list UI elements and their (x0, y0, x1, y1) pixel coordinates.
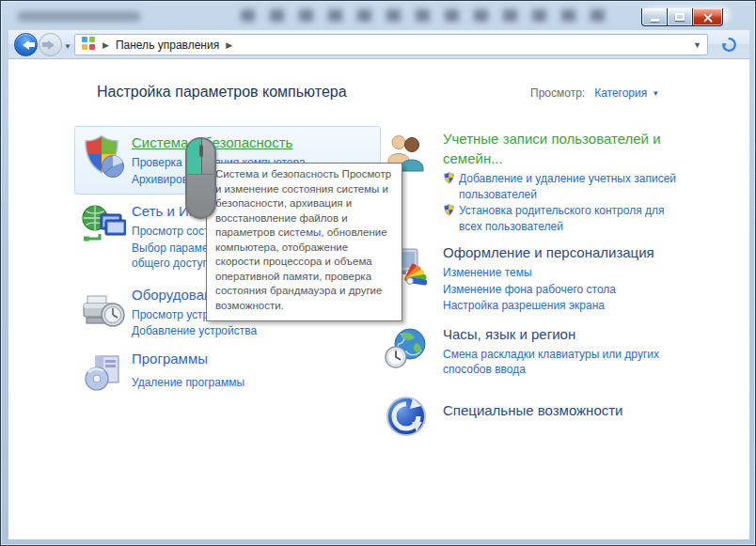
control-panel-icon (81, 36, 96, 55)
category-title[interactable]: Специальные возможности (443, 400, 623, 420)
ease-of-access-icon (384, 394, 429, 439)
category-links: Изменение темыИзменение фона рабочего ст… (443, 265, 654, 314)
minimize-button[interactable] (641, 8, 667, 26)
uac-shield-icon (443, 172, 455, 189)
close-button[interactable] (692, 8, 723, 26)
address-bar[interactable]: ▶ Панель управления ▶ ▼ (74, 34, 708, 55)
category-task-link[interactable]: Изменение темы (443, 265, 654, 281)
category-task-link[interactable]: Удаление программы (132, 375, 244, 391)
tooltip-title: Система и безопасность (215, 168, 339, 179)
view-by-value[interactable]: Категория (594, 86, 647, 100)
category-task-link[interactable]: Настройка разрешения экрана (443, 298, 654, 314)
breadcrumb-item[interactable]: Панель управления (116, 39, 219, 52)
category-task-link[interactable]: Смена раскладки клавиатуры или других сп… (443, 347, 661, 378)
maximize-icon (675, 13, 685, 21)
category-block: Специальные возможности (377, 392, 695, 439)
glass-reflection (241, 9, 617, 22)
breadcrumb-chevron-icon: ▶ (102, 40, 109, 50)
glass-reflection (18, 11, 140, 22)
category-title[interactable]: Система и безопасность (132, 133, 322, 152)
refresh-button[interactable] (714, 34, 744, 55)
maximize-button[interactable] (667, 8, 692, 26)
category-title[interactable]: Часы, язык и регион (443, 324, 661, 344)
view-by-control: Просмотр: Категория ▼ (530, 86, 659, 100)
close-icon (702, 12, 713, 23)
mouse-cursor-overlay (185, 137, 216, 219)
category-links: Смена раскладки клавиатуры или других сп… (443, 347, 661, 378)
category-block: Часы, язык и регион Смена раскладки клав… (377, 324, 695, 379)
category-task-link[interactable]: Добавление и удаление учетных записей по… (443, 171, 695, 202)
page-title: Настройка параметров компьютера (97, 84, 347, 101)
window-controls (641, 8, 723, 26)
network-globe-icon (81, 203, 126, 248)
uac-shield-icon (443, 204, 455, 221)
back-icon (18, 40, 29, 50)
category-links: Добавление и удаление учетных записей по… (443, 171, 695, 234)
view-by-label: Просмотр: (530, 86, 585, 100)
category-title[interactable]: Программы (132, 349, 244, 368)
minimize-icon (651, 19, 659, 22)
mouse-body-seam (187, 174, 214, 175)
category-title[interactable]: Оформление и персонализация (443, 242, 654, 262)
category-title[interactable]: Учетные записи пользователей и семейн... (443, 129, 695, 168)
control-panel-window: ▼ ▶ Панель управления ▶ ▼ Настройка (0, 0, 756, 546)
recent-pages-chevron-icon[interactable]: ▼ (64, 42, 71, 51)
programs-cd-icon (81, 351, 126, 396)
category-task-link[interactable]: Установка родительского контроля для все… (443, 203, 695, 234)
breadcrumb-chevron-icon[interactable]: ▶ (226, 40, 232, 50)
category-links: Удаление программы (132, 375, 244, 391)
navigation-bar: ▼ ▶ Панель управления ▶ ▼ (8, 30, 749, 59)
address-dropdown-icon[interactable]: ▼ (693, 40, 701, 50)
chevron-down-icon[interactable]: ▼ (652, 89, 659, 98)
clock-language-region-icon (384, 326, 429, 371)
category-block: Оформление и персонализация Изменение те… (377, 242, 695, 315)
refresh-icon (721, 37, 737, 53)
forward-icon (48, 40, 59, 50)
forward-button[interactable] (39, 33, 62, 56)
category-task-link[interactable]: Изменение фона рабочего стола (443, 282, 654, 298)
categories-right-column: Учетные записи пользователей и семейн...… (377, 129, 695, 439)
back-button[interactable] (14, 33, 38, 56)
window-title-bar[interactable] (1, 1, 755, 30)
tooltip-body: Просмотр и изменение состояния системы и… (215, 168, 391, 311)
printer-hardware-icon (81, 287, 126, 332)
security-shield-icon (81, 134, 126, 179)
category-task-link[interactable]: Добавление устройства (132, 323, 306, 339)
category-block: Учетные записи пользователей и семейн...… (377, 129, 695, 235)
tooltip: Система и безопасность Просмотр и измене… (206, 163, 402, 321)
mouse-wheel-icon (199, 145, 203, 157)
category-block: Программы Удаление программы (74, 349, 381, 396)
